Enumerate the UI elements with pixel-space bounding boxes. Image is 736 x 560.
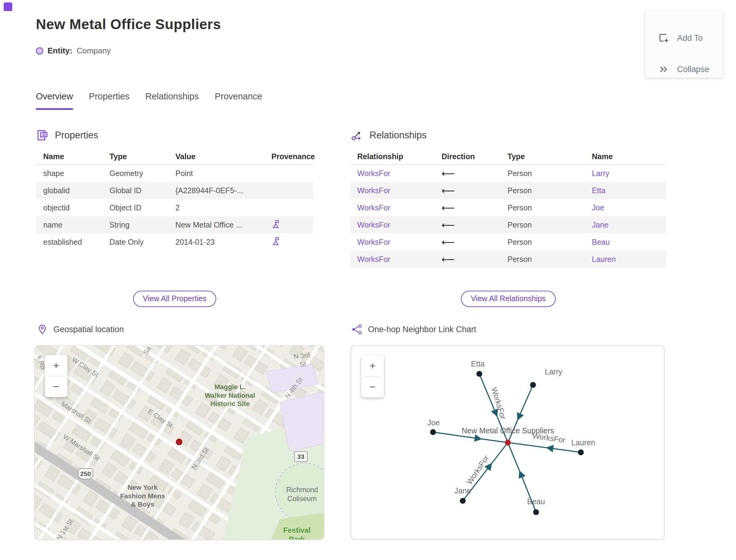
related-entity-link[interactable]: Larry — [592, 169, 609, 178]
node-lauren[interactable] — [578, 450, 584, 455]
prop-value: New Metal Office ... — [175, 221, 263, 229]
zoom-out-button[interactable]: − — [45, 376, 67, 397]
map-zoom-control: + − — [45, 355, 67, 397]
map-panel[interactable]: W Clay St k Rd Sa N 3rd St N 4th St Magg… — [34, 345, 324, 540]
relationships-actions: View All Relationships — [351, 291, 666, 307]
provenance-flag-icon[interactable] — [271, 236, 281, 246]
entity-type-badge — [36, 47, 43, 55]
related-type: Person — [508, 238, 592, 247]
add-to-label: Add To — [677, 33, 703, 43]
link-chart-panel[interactable]: Etta Larry Joe Lauren Jane Beau New Meta… — [351, 345, 665, 540]
table-row: WorksFor ⟵ Person Larry — [351, 165, 666, 182]
prop-provenance — [263, 236, 313, 248]
node-joe[interactable] — [430, 429, 436, 435]
zoom-in-button[interactable]: + — [361, 355, 384, 376]
tab-provenance[interactable]: Provenance — [215, 91, 262, 110]
direction-arrow: ⟵ — [442, 237, 508, 247]
properties-table: Name Type Value Provenance shape Geometr… — [36, 148, 313, 251]
related-entity-link[interactable]: Lauren — [592, 255, 616, 263]
direction-arrow: ⟵ — [442, 185, 508, 196]
related-type: Person — [508, 169, 592, 178]
direction-arrow: ⟵ — [442, 254, 508, 265]
table-row: objectid Object ID 2 — [36, 199, 313, 216]
actions-panel: Add To Collapse — [645, 11, 723, 78]
relationships-table: Relationship Direction Type Name WorksFo… — [351, 148, 666, 268]
properties-icon — [36, 129, 49, 142]
link-chart-canvas[interactable] — [351, 346, 665, 540]
properties-section-header: Properties — [36, 129, 98, 142]
prop-value: 2014-01-23 — [175, 238, 263, 247]
table-row: WorksFor ⟵ Person Etta — [351, 182, 666, 199]
provenance-flag-icon[interactable] — [271, 219, 281, 229]
related-entity-link[interactable]: Jane — [592, 221, 608, 229]
double-chevron-right-icon — [658, 64, 669, 75]
related-type: Person — [508, 255, 592, 264]
node-etta[interactable] — [477, 371, 482, 377]
add-to-button[interactable]: Add To — [645, 29, 723, 47]
col-header-name: Name — [36, 152, 109, 161]
node-jane[interactable] — [460, 498, 466, 504]
link-chart-section-title: One-hop Neighbor Link Chart — [368, 325, 476, 334]
relationship-link[interactable]: WorksFor — [357, 186, 390, 195]
entity-location-marker — [176, 439, 182, 445]
table-row: WorksFor ⟵ Person Joe — [351, 199, 666, 216]
prop-name: name — [36, 221, 109, 229]
node-center-entity[interactable] — [505, 440, 511, 446]
tab-properties[interactable]: Properties — [89, 91, 129, 110]
related-type: Person — [508, 221, 592, 229]
tab-bar: Overview Properties Relationships Proven… — [36, 91, 262, 110]
col-header-relationship: Relationship — [351, 152, 442, 161]
zoom-out-button[interactable]: − — [361, 377, 384, 398]
related-entity-link[interactable]: Etta — [592, 186, 605, 195]
relationship-link[interactable]: WorksFor — [357, 255, 390, 263]
relationships-section-title: Relationships — [370, 130, 427, 141]
table-row: WorksFor ⟵ Person Jane — [351, 216, 666, 233]
edge-beau-worksfor — [508, 443, 536, 512]
table-row: established Date Only 2014-01-23 — [36, 233, 313, 251]
collapse-label: Collapse — [677, 65, 709, 74]
relationship-link[interactable]: WorksFor — [357, 203, 390, 212]
view-all-properties-button[interactable]: View All Properties — [133, 291, 217, 307]
edge-joe-worksfor — [433, 432, 508, 443]
edge-etta-worksfor — [479, 374, 508, 443]
prop-value: {A228944F-0EF5-... — [175, 186, 263, 195]
edge-lauren-worksfor — [508, 443, 581, 452]
relationships-icon — [351, 129, 363, 142]
prop-type: Global ID — [109, 186, 175, 195]
relationship-link[interactable]: WorksFor — [357, 238, 390, 246]
page-title: New Metal Office Suppliers — [36, 16, 221, 33]
prop-value: 2 — [175, 203, 263, 212]
properties-table-header: Name Type Value Provenance — [36, 148, 313, 165]
geospatial-section-title: Geospatial location — [53, 325, 124, 334]
col-header-type: Type — [508, 152, 592, 161]
collapse-button[interactable]: Collapse — [645, 60, 723, 79]
link-chart-section-header: One-hop Neighbor Link Chart — [351, 324, 476, 335]
table-row: name String New Metal Office ... — [36, 216, 313, 233]
related-entity-link[interactable]: Beau — [592, 238, 610, 246]
prop-type: Geometry — [109, 169, 175, 178]
tab-relationships[interactable]: Relationships — [145, 91, 199, 110]
node-larry[interactable] — [530, 382, 536, 388]
direction-arrow: ⟵ — [442, 202, 508, 213]
relationship-link[interactable]: WorksFor — [357, 169, 390, 178]
prop-value: Point — [175, 169, 263, 178]
relationship-link[interactable]: WorksFor — [357, 221, 390, 229]
chart-zoom-control: + − — [361, 355, 384, 397]
related-type: Person — [508, 203, 592, 212]
app-corner-chip — [4, 2, 12, 11]
add-to-icon — [658, 33, 669, 44]
zoom-in-button[interactable]: + — [45, 355, 67, 376]
table-row: globalid Global ID {A228944F-0EF5-... — [36, 182, 313, 199]
node-beau[interactable] — [533, 509, 539, 515]
edge-jane-worksfor — [463, 443, 508, 501]
col-header-provenance: Provenance — [263, 152, 313, 161]
prop-provenance — [263, 219, 313, 231]
view-all-relationships-button[interactable]: View All Relationships — [461, 291, 555, 307]
related-entity-link[interactable]: Joe — [592, 203, 604, 212]
tab-overview[interactable]: Overview — [36, 91, 73, 110]
entity-label: Entity: — [48, 46, 72, 56]
col-header-value: Value — [175, 152, 263, 161]
prop-name: objectid — [36, 203, 109, 212]
prop-name: shape — [36, 169, 109, 178]
entity-type-value: Company — [77, 46, 111, 56]
